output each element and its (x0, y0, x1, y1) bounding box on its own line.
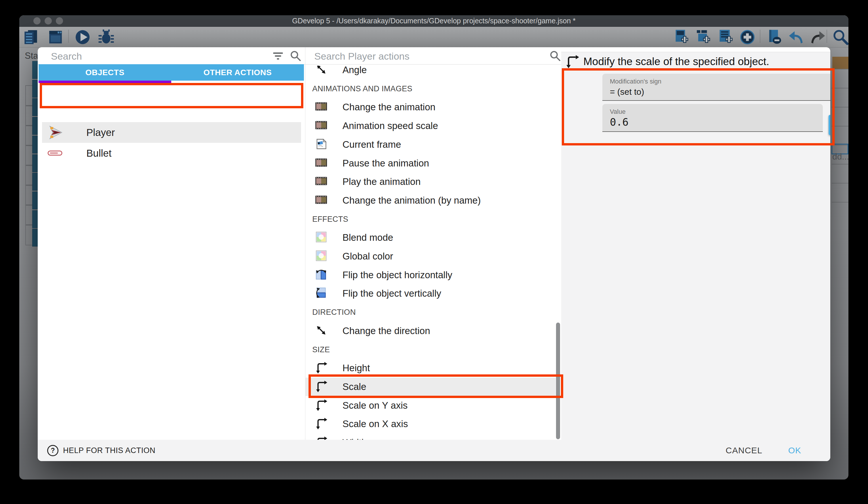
section-header: ANIMATIONS AND IMAGES (305, 80, 561, 98)
search-icon[interactable] (549, 50, 561, 63)
action-label: Current frame (342, 139, 401, 150)
toolbar-add-event-button[interactable] (671, 29, 689, 46)
film-strip-icon (315, 175, 328, 189)
tab-objects[interactable]: OBJECTS (39, 64, 171, 81)
toolbar-add-subevent-button[interactable] (693, 29, 710, 46)
flip-horizontal-icon (315, 268, 328, 282)
toolbar-add-circle-button[interactable] (737, 29, 755, 46)
action-label: Global color (342, 251, 393, 262)
search-icon[interactable] (289, 50, 302, 63)
angle-arrow-icon (315, 65, 328, 77)
action-label: Play the animation (342, 176, 421, 187)
action-label: Height (342, 363, 370, 374)
screenshot-stage: GDevelop 5 - /Users/dkarakay/Documents/G… (0, 0, 868, 504)
object-item-player[interactable]: Player (38, 122, 305, 143)
question-mark-icon: ? (47, 445, 59, 456)
filter-icon[interactable] (272, 50, 284, 63)
scene-editor-icon (47, 42, 64, 47)
toolbar-add-comment-button[interactable] (715, 29, 733, 46)
objects-search-input[interactable] (50, 50, 270, 63)
backdrop-row-divider (832, 183, 848, 183)
film-strip-icon (315, 119, 328, 133)
search-icon (832, 42, 848, 47)
undo-icon (788, 42, 805, 47)
toolbar-redo-button[interactable] (808, 29, 825, 46)
project-manager-icon (22, 42, 39, 47)
action-item-width[interactable]: Width (305, 433, 561, 440)
annotation-box-sign-and-value (562, 68, 835, 145)
toolbar-delete-event-button[interactable] (764, 29, 782, 46)
help-button[interactable]: ? HELP FOR THIS ACTION (45, 440, 157, 461)
action-item-pause-the-animation[interactable]: Pause the animation (305, 154, 561, 172)
actions-search-input[interactable] (314, 50, 534, 63)
ok-button[interactable]: OK (787, 440, 803, 461)
action-item-blend-mode[interactable]: Blend mode (305, 228, 561, 247)
action-item-change-the-animation[interactable]: Change the animation (305, 98, 561, 117)
section-header-label: DIRECTION (312, 308, 356, 317)
selected-row-highlight (42, 122, 301, 143)
toolbar-play-button[interactable] (73, 29, 90, 46)
action-label: Change the animation (342, 102, 435, 113)
toolbar-separator (68, 30, 69, 43)
action-item-current-frame[interactable]: Current frame (305, 135, 561, 154)
toolbar-scene-editor-button[interactable] (45, 29, 63, 46)
toolbar-search-button[interactable] (830, 29, 848, 46)
action-item-angle[interactable]: Angle (305, 65, 561, 79)
corner-arrow-icon (315, 399, 328, 412)
toolbar-undo-button[interactable] (786, 29, 804, 46)
action-label: Blend mode (342, 232, 393, 243)
action-item-animation-speed-scale[interactable]: Animation speed scale (305, 117, 561, 135)
objects-list: Player Bullet (38, 83, 305, 440)
corner-arrow-icon (315, 417, 328, 431)
action-item-global-color[interactable]: Global color (305, 247, 561, 265)
corner-arrow-icon (315, 436, 328, 440)
film-strip-icon (315, 100, 328, 114)
dialog-footer: ? HELP FOR THIS ACTION CANCEL OK (38, 440, 830, 461)
object-label: Bullet (86, 148, 112, 159)
add-event-icon (673, 42, 690, 47)
toolbar-debug-button[interactable] (96, 29, 113, 46)
action-label: Angle (342, 65, 366, 75)
section-header-label: ANIMATIONS AND IMAGES (312, 84, 412, 93)
tab-other-actions[interactable]: OTHER ACTIONS (171, 64, 304, 81)
film-strip-icon (315, 193, 328, 208)
bullet-icon (48, 150, 62, 157)
corner-arrow-icon (315, 361, 328, 375)
annotation-box-player (40, 83, 303, 108)
add-circle-icon (739, 42, 756, 47)
backdrop-partial-label-right: dd... (832, 152, 848, 162)
action-item-scale-on-x-axis[interactable]: Scale on X axis (305, 415, 561, 433)
action-item-flip-the-object-vertically[interactable]: Flip the object vertically (305, 284, 561, 303)
action-label: Flip the object vertically (342, 288, 441, 299)
angle-arrow-icon (315, 324, 328, 338)
add-subevent-icon (695, 42, 711, 47)
window-title: GDevelop 5 - /Users/dkarakay/Documents/G… (19, 15, 848, 27)
debug-icon (98, 42, 115, 47)
add-comment-icon (717, 42, 734, 47)
toolbar-separator (760, 30, 761, 43)
action-item-play-the-animation[interactable]: Play the animation (305, 172, 561, 191)
blend-palette-icon (315, 231, 328, 244)
toolbar-separator (827, 30, 827, 43)
action-item-change-the-animation-by-name[interactable]: Change the animation (by name) (305, 191, 561, 210)
player-ship-icon (48, 124, 64, 142)
section-header-label: SIZE (312, 345, 330, 354)
backdrop-partial-label-left: Sta (25, 51, 38, 61)
action-item-scale-on-y-axis[interactable]: Scale on Y axis (305, 396, 561, 415)
action-label: Change the direction (342, 325, 430, 336)
toolbar-project-manager-button[interactable] (21, 29, 38, 46)
section-header-label: EFFECTS (312, 215, 348, 224)
object-item-bullet[interactable]: Bullet (38, 144, 305, 163)
play-icon (74, 42, 91, 47)
action-item-flip-the-object-horizontally[interactable]: Flip the object horizontally (305, 266, 561, 284)
action-label: Scale on X axis (342, 419, 408, 430)
main-toolbar (19, 27, 848, 48)
action-label: Pause the animation (342, 158, 429, 169)
film-strip-icon (315, 157, 328, 170)
help-button-label: HELP FOR THIS ACTION (63, 446, 155, 455)
flip-vertical-icon (315, 286, 328, 300)
cancel-button[interactable]: CANCEL (724, 440, 764, 461)
section-header: SIZE (305, 340, 561, 359)
backdrop-row-divider (832, 164, 848, 164)
action-item-change-the-direction[interactable]: Change the direction (305, 322, 561, 340)
